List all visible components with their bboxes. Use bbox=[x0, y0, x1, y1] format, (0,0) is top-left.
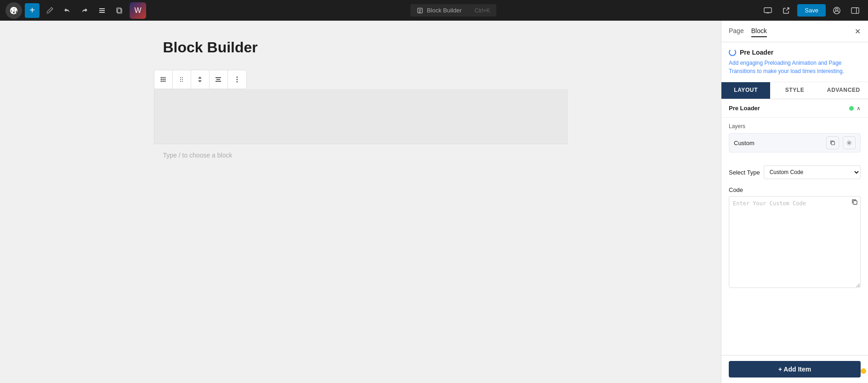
select-block-button[interactable] bbox=[154, 70, 173, 89]
page-title: Block Builder bbox=[154, 39, 567, 56]
code-label: Code bbox=[729, 186, 861, 193]
preloader-spinner-icon bbox=[729, 49, 736, 56]
svg-point-34 bbox=[236, 81, 238, 83]
main-layout: Block Builder bbox=[0, 21, 868, 383]
save-button[interactable]: Save bbox=[797, 4, 826, 17]
select-type-label: Select Type bbox=[729, 169, 760, 176]
code-textarea[interactable] bbox=[729, 196, 861, 288]
sidebar-content: Pre Loader ∧ Layers Custom bbox=[721, 99, 868, 355]
top-bar-right: Save bbox=[760, 3, 862, 18]
add-block-button[interactable]: + bbox=[25, 3, 40, 18]
code-textarea-wrapper bbox=[729, 196, 861, 290]
block-builder-search[interactable]: Block Builder Ctrl+K bbox=[410, 4, 497, 17]
block-builder-label: Block Builder bbox=[427, 7, 462, 14]
preloader-section-header: Pre Loader ∧ bbox=[721, 99, 868, 118]
preloader-header: Pre Loader bbox=[729, 49, 861, 56]
layers-label: Layers bbox=[729, 123, 861, 130]
layer-copy-button[interactable] bbox=[826, 136, 839, 149]
svg-rect-12 bbox=[851, 7, 859, 13]
svg-point-28 bbox=[182, 81, 183, 82]
list-view-button[interactable] bbox=[95, 3, 109, 18]
sidebar-tabs: Page Block bbox=[729, 25, 767, 37]
close-sidebar-button[interactable]: ✕ bbox=[855, 27, 861, 36]
edit-tool-button[interactable] bbox=[42, 3, 57, 18]
svg-rect-8 bbox=[419, 11, 420, 12]
svg-point-18 bbox=[163, 79, 164, 80]
tab-layout[interactable]: LAYOUT bbox=[721, 82, 770, 99]
svg-point-15 bbox=[163, 77, 164, 78]
toggle-sidebar-button[interactable] bbox=[848, 3, 862, 18]
svg-point-17 bbox=[161, 79, 162, 80]
svg-rect-2 bbox=[99, 12, 105, 13]
section-title: Pre Loader bbox=[729, 105, 760, 112]
brand-icon: W bbox=[134, 6, 141, 15]
svg-point-33 bbox=[236, 79, 238, 80]
layer-settings-button[interactable] bbox=[843, 136, 856, 149]
status-active-dot bbox=[849, 106, 854, 111]
layer-item-custom: Custom bbox=[729, 133, 861, 152]
svg-point-19 bbox=[165, 79, 165, 80]
preloader-info-section: Pre Loader Add engaging Preloading Anima… bbox=[721, 42, 868, 82]
svg-point-26 bbox=[182, 79, 183, 80]
editor-area: Block Builder bbox=[0, 21, 721, 383]
section-status: ∧ bbox=[849, 105, 861, 112]
tab-page[interactable]: Page bbox=[729, 25, 744, 37]
collapse-section-button[interactable]: ∧ bbox=[857, 105, 861, 112]
drag-block-button[interactable] bbox=[173, 70, 191, 89]
external-link-button[interactable] bbox=[779, 3, 794, 18]
svg-point-27 bbox=[180, 81, 181, 82]
add-item-button[interactable]: + Add Item bbox=[729, 361, 861, 377]
select-type-row: Select Type Custom Code Image Lottie bbox=[721, 162, 868, 183]
block-align-button[interactable] bbox=[210, 70, 228, 89]
svg-rect-30 bbox=[216, 79, 220, 80]
svg-point-24 bbox=[182, 77, 183, 78]
brand-logo[interactable]: W bbox=[130, 2, 146, 19]
svg-rect-37 bbox=[853, 201, 857, 204]
copy-button[interactable] bbox=[112, 3, 127, 18]
preloader-description: Add engaging Preloading Animation and Pa… bbox=[729, 59, 861, 75]
code-section: Code bbox=[721, 183, 868, 295]
svg-rect-1 bbox=[99, 10, 105, 11]
svg-rect-29 bbox=[216, 77, 221, 78]
block-type-hint: Type / to choose a block bbox=[154, 144, 567, 168]
tab-block[interactable]: Block bbox=[751, 25, 767, 37]
svg-rect-35 bbox=[831, 141, 834, 145]
keyboard-shortcut: Ctrl+K bbox=[475, 7, 490, 14]
svg-point-32 bbox=[236, 77, 238, 78]
svg-point-36 bbox=[848, 142, 850, 143]
sidebar-header: Page Block ✕ bbox=[721, 21, 868, 42]
svg-point-22 bbox=[165, 81, 165, 82]
editor-inner: Block Builder bbox=[154, 39, 567, 365]
wordpress-logo[interactable] bbox=[6, 2, 22, 19]
add-item-row: + Add Item bbox=[721, 355, 868, 383]
svg-point-14 bbox=[161, 77, 162, 78]
tab-advanced[interactable]: ADVANCED bbox=[819, 82, 868, 99]
svg-rect-31 bbox=[216, 81, 221, 82]
block-more-options-button[interactable] bbox=[228, 70, 246, 89]
top-bar-left: + W bbox=[6, 2, 146, 19]
tab-style[interactable]: STYLE bbox=[770, 82, 819, 99]
svg-point-11 bbox=[835, 8, 838, 11]
svg-rect-6 bbox=[419, 9, 421, 10]
svg-rect-9 bbox=[764, 7, 772, 12]
svg-point-23 bbox=[180, 77, 181, 78]
top-bar: + W Block Builder Ctrl+K bbox=[0, 0, 868, 21]
desktop-view-button[interactable] bbox=[760, 3, 775, 18]
layers-section: Layers Custom bbox=[721, 118, 868, 162]
svg-rect-7 bbox=[419, 11, 421, 11]
block-content-area bbox=[154, 89, 567, 144]
code-copy-button[interactable] bbox=[851, 199, 858, 207]
redo-button[interactable] bbox=[77, 3, 92, 18]
undo-button[interactable] bbox=[60, 3, 74, 18]
right-sidebar: Page Block ✕ Pre Loader Add engaging Pre… bbox=[721, 21, 868, 383]
svg-rect-0 bbox=[99, 8, 105, 9]
user-settings-button[interactable] bbox=[829, 3, 844, 18]
panel-tabs: LAYOUT STYLE ADVANCED bbox=[721, 82, 868, 99]
svg-point-16 bbox=[165, 77, 165, 78]
svg-point-21 bbox=[163, 81, 164, 82]
block-builder-icon bbox=[417, 7, 423, 14]
block-up-down-button[interactable] bbox=[191, 70, 210, 89]
layer-name: Custom bbox=[734, 140, 823, 146]
select-type-dropdown[interactable]: Custom Code Image Lottie bbox=[764, 165, 861, 179]
preloader-title: Pre Loader bbox=[740, 49, 773, 56]
